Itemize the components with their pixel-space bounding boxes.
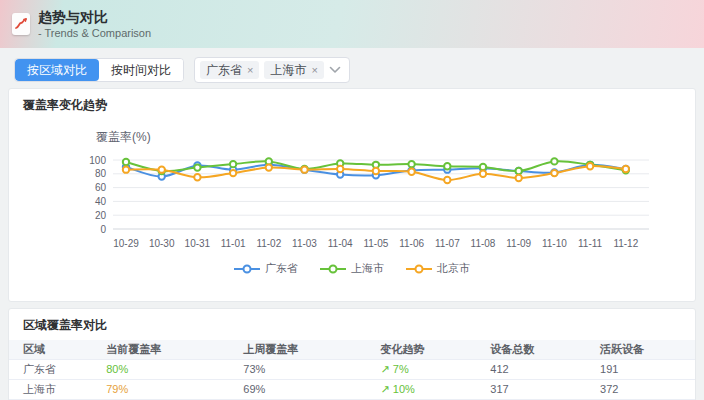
tab-by-time[interactable]: 按时间对比	[99, 59, 183, 81]
coverage-trend-line-chart: 覆盖率(%)02040608010010-2910-3010-3111-0111…	[9, 117, 697, 257]
column-header: 变化趋势	[373, 340, 483, 360]
table-body: 广东省80%73%↗ 7%412191上海市79%69%↗ 10%317372北…	[9, 360, 695, 400]
x-tick-label: 11-09	[506, 238, 531, 249]
data-point[interactable]	[266, 164, 272, 170]
y-tick-label: 100	[89, 155, 106, 166]
page-subtitle: - Trends & Comparison	[38, 26, 151, 40]
legend-marker-icon	[406, 264, 432, 274]
toolbar: 按区域对比按时间对比 广东省×上海市×	[0, 48, 704, 91]
legend-marker-icon	[234, 264, 260, 274]
data-point[interactable]	[551, 170, 557, 176]
x-tick-label: 11-02	[256, 238, 281, 249]
data-point[interactable]	[551, 158, 557, 164]
data-point[interactable]	[444, 163, 450, 169]
selected-region-tags: 广东省×上海市×	[200, 61, 324, 79]
remove-tag-icon[interactable]: ×	[247, 63, 253, 77]
legend-item-北京市[interactable]: 北京市	[406, 261, 470, 276]
x-tick-label: 10-29	[113, 238, 139, 249]
remove-tag-icon[interactable]: ×	[311, 63, 317, 77]
chevron-down-icon[interactable]	[329, 66, 341, 74]
compare-mode-tabs: 按区域对比按时间对比	[14, 58, 184, 82]
chart-ylabel: 覆盖率(%)	[96, 130, 151, 144]
data-point[interactable]	[587, 163, 593, 169]
data-point[interactable]	[159, 166, 165, 172]
column-header: 当前覆盖率	[98, 340, 235, 360]
trend-section-title: 覆盖率变化趋势	[9, 89, 695, 114]
coverage-trend-card: 覆盖率变化趋势 覆盖率(%)02040608010010-2910-3010-3…	[8, 88, 696, 302]
x-tick-label: 11-07	[435, 238, 460, 249]
data-point[interactable]	[337, 166, 343, 172]
trend-cell: ↗ 7%	[373, 360, 483, 380]
y-tick-label: 80	[95, 168, 107, 179]
data-point[interactable]	[373, 168, 379, 174]
legend-item-广东省[interactable]: 广东省	[234, 261, 298, 276]
total-devices-cell: 317	[482, 380, 592, 400]
current-coverage-cell: 79%	[98, 380, 235, 400]
data-point[interactable]	[480, 164, 486, 170]
x-tick-label: 11-06	[399, 238, 424, 249]
region-tag[interactable]: 上海市×	[264, 61, 323, 79]
table-header-row: 区域当前覆盖率上周覆盖率变化趋势设备总数活跃设备	[9, 340, 695, 360]
x-tick-label: 11-04	[328, 238, 353, 249]
data-point[interactable]	[301, 166, 307, 172]
data-point[interactable]	[516, 168, 522, 174]
x-tick-label: 11-03	[292, 238, 317, 249]
x-tick-label: 11-08	[471, 238, 496, 249]
y-tick-label: 0	[100, 224, 106, 235]
data-point[interactable]	[623, 166, 629, 172]
page-header: 趋势与对比 - Trends & Comparison	[0, 0, 704, 48]
data-point[interactable]	[194, 174, 200, 180]
x-tick-label: 10-31	[185, 238, 211, 249]
x-tick-label: 11-11	[578, 238, 603, 249]
x-tick-label: 11-10	[542, 238, 567, 249]
region-tag-label: 上海市	[270, 63, 306, 77]
table-row: 广东省80%73%↗ 7%412191	[9, 360, 695, 380]
column-header: 活跃设备	[592, 340, 695, 360]
x-tick-label: 10-30	[149, 238, 175, 249]
legend-label: 广东省	[265, 261, 298, 276]
tab-by-region[interactable]: 按区域对比	[15, 59, 99, 81]
data-point[interactable]	[230, 170, 236, 176]
data-point[interactable]	[230, 161, 236, 167]
data-point[interactable]	[480, 171, 486, 177]
region-tag-label: 广东省	[206, 63, 242, 77]
table-section-title: 区域覆盖率对比	[9, 309, 695, 334]
page-title: 趋势与对比	[38, 9, 151, 26]
y-tick-label: 20	[95, 210, 107, 221]
legend-marker-icon	[320, 264, 346, 274]
chart-legend: 广东省上海市北京市	[9, 261, 695, 276]
legend-label: 上海市	[351, 261, 384, 276]
last-week-coverage-cell: 69%	[235, 380, 372, 400]
data-point[interactable]	[516, 175, 522, 181]
y-tick-label: 40	[95, 196, 107, 207]
current-coverage-cell: 80%	[98, 360, 235, 380]
region-cell: 广东省	[9, 360, 98, 380]
data-point[interactable]	[408, 169, 414, 175]
table-row: 上海市79%69%↗ 10%317372	[9, 380, 695, 400]
active-devices-cell: 191	[592, 360, 695, 380]
data-point[interactable]	[444, 177, 450, 183]
region-tag[interactable]: 广东省×	[200, 61, 259, 79]
trend-line-icon	[12, 13, 30, 35]
last-week-coverage-cell: 73%	[235, 360, 372, 380]
data-point[interactable]	[123, 159, 129, 165]
data-point[interactable]	[123, 166, 129, 172]
data-point[interactable]	[194, 164, 200, 170]
column-header: 设备总数	[482, 340, 592, 360]
x-tick-label: 11-12	[613, 238, 638, 249]
y-tick-label: 60	[95, 182, 107, 193]
region-cell: 上海市	[9, 380, 98, 400]
legend-item-上海市[interactable]: 上海市	[320, 261, 384, 276]
data-point[interactable]	[408, 161, 414, 167]
x-tick-label: 11-05	[363, 238, 388, 249]
x-tick-label: 11-01	[221, 238, 246, 249]
column-header: 区域	[9, 340, 98, 360]
legend-label: 北京市	[437, 261, 470, 276]
region-comparison-table: 区域当前覆盖率上周覆盖率变化趋势设备总数活跃设备 广东省80%73%↗ 7%41…	[9, 340, 695, 400]
active-devices-cell: 372	[592, 380, 695, 400]
column-header: 上周覆盖率	[235, 340, 372, 360]
region-multiselect[interactable]: 广东省×上海市×	[194, 57, 350, 83]
total-devices-cell: 412	[482, 360, 592, 380]
trend-cell: ↗ 10%	[373, 380, 483, 400]
region-comparison-card: 区域覆盖率对比 区域当前覆盖率上周覆盖率变化趋势设备总数活跃设备 广东省80%7…	[8, 308, 696, 400]
